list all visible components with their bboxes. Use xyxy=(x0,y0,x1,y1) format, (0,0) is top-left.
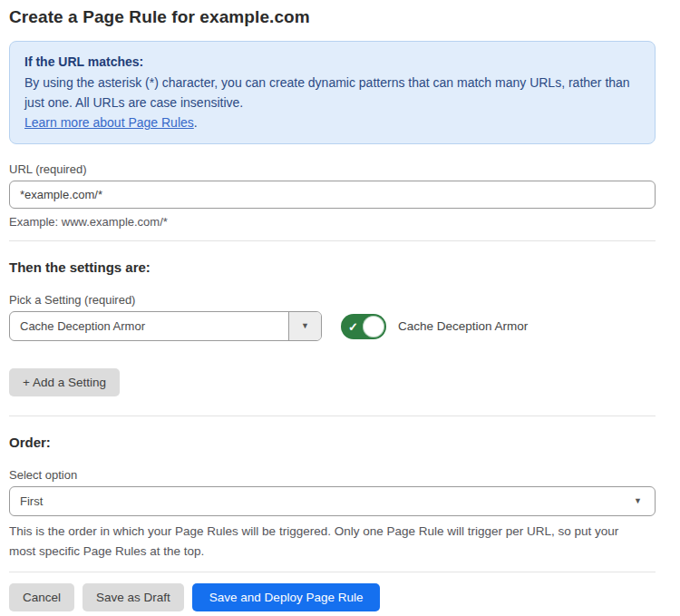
check-icon: ✓ xyxy=(348,319,358,333)
order-help-text: This is the order in which your Page Rul… xyxy=(9,522,644,562)
setting-row: Cache Deception Armor ▼ ✓ Cache Deceptio… xyxy=(9,311,656,341)
divider xyxy=(9,240,656,241)
chevron-down-icon: ▼ xyxy=(301,322,309,330)
info-box-body: By using the asterisk (*) character, you… xyxy=(24,73,640,112)
setting-select-caret-button[interactable]: ▼ xyxy=(288,312,321,340)
learn-more-link[interactable]: Learn more about Page Rules xyxy=(24,115,194,130)
url-input[interactable] xyxy=(9,181,656,209)
info-box-link-line: Learn more about Page Rules. xyxy=(24,112,640,132)
order-select-label: Select option xyxy=(9,468,656,482)
save-as-draft-button[interactable]: Save as Draft xyxy=(83,583,184,611)
setting-toggle-label: Cache Deception Armor xyxy=(398,319,528,333)
divider xyxy=(9,416,656,416)
setting-toggle[interactable]: ✓ xyxy=(341,314,386,339)
link-period: . xyxy=(194,115,198,130)
page-rule-form: Create a Page Rule for example.com If th… xyxy=(0,0,680,616)
toggle-knob xyxy=(363,316,384,337)
info-box-heading: If the URL matches: xyxy=(24,52,640,72)
order-select-caret: ▼ xyxy=(634,497,655,505)
order-select[interactable]: First ▼ xyxy=(9,486,656,516)
url-label: URL (required) xyxy=(9,162,656,176)
footer-actions: Cancel Save as Draft Save and Deploy Pag… xyxy=(9,583,656,611)
order-select-value: First xyxy=(10,494,634,508)
setting-select[interactable]: Cache Deception Armor ▼ xyxy=(9,311,322,341)
page-title: Create a Page Rule for example.com xyxy=(9,7,656,27)
settings-section-heading: Then the settings are: xyxy=(9,259,656,275)
pick-setting-label: Pick a Setting (required) xyxy=(9,293,656,307)
order-section-heading: Order: xyxy=(9,435,656,450)
cancel-button[interactable]: Cancel xyxy=(9,583,74,611)
url-match-info-box: If the URL matches: By using the asteris… xyxy=(9,41,656,144)
chevron-down-icon: ▼ xyxy=(634,497,642,505)
add-setting-button[interactable]: + Add a Setting xyxy=(9,368,120,396)
url-example-text: Example: www.example.com/* xyxy=(9,215,656,229)
divider xyxy=(9,572,656,572)
setting-select-value: Cache Deception Armor xyxy=(10,319,288,333)
save-and-deploy-button[interactable]: Save and Deploy Page Rule xyxy=(192,583,381,611)
